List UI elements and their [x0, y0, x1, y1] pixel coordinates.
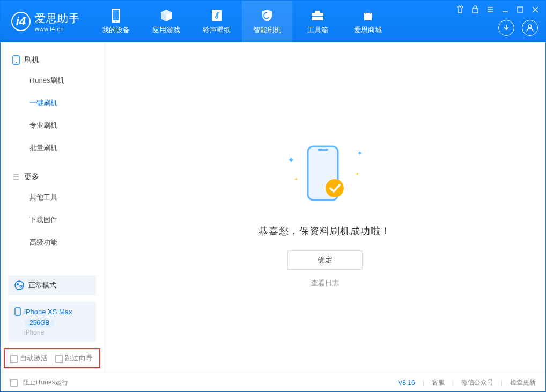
svg-rect-8 [518, 7, 523, 12]
app-body: 刷机 iTunes刷机 一键刷机 专业刷机 批量刷机 更多 其他工具 下载固件 … [1, 42, 545, 373]
mode-label: 正常模式 [28, 280, 56, 290]
sidebar-item-firmware[interactable]: 下载固件 [1, 209, 104, 231]
download-icon[interactable] [498, 20, 514, 36]
svg-rect-17 [318, 149, 328, 151]
app-name: 爱思助手 [35, 11, 80, 26]
success-message: 恭喜您，保资料刷机成功啦！ [259, 225, 391, 238]
device-info[interactable]: iPhone XS Max 256GB iPhone [8, 302, 96, 342]
view-log-link[interactable]: 查看日志 [311, 278, 339, 288]
wechat-link[interactable]: 微信公众号 [461, 378, 493, 387]
sidebar-item-pro-flash[interactable]: 专业刷机 [1, 114, 104, 137]
svg-point-13 [17, 283, 19, 285]
phone-icon [304, 144, 346, 203]
svg-rect-15 [15, 308, 20, 315]
tab-label: 工具箱 [307, 25, 328, 35]
app-url: www.i4.cn [35, 26, 80, 32]
tab-my-device[interactable]: 我的设备 [91, 1, 141, 42]
tab-smart-flash[interactable]: 智能刷机 [242, 1, 292, 42]
sidebar: 刷机 iTunes刷机 一键刷机 专业刷机 批量刷机 更多 其他工具 下载固件 … [1, 42, 104, 373]
tab-ringtones[interactable]: 铃声壁纸 [191, 1, 242, 42]
sidebar-item-onekey-flash[interactable]: 一键刷机 [1, 92, 104, 114]
app-header: i4 爱思助手 www.i4.cn 我的设备 应用游戏 铃声壁纸 智能刷机 工具… [1, 1, 545, 42]
svg-rect-1 [113, 10, 119, 20]
tab-label: 爱思商城 [354, 25, 382, 35]
sidebar-item-batch-flash[interactable]: 批量刷机 [1, 137, 104, 159]
auto-activate-checkbox[interactable]: 自动激活 [10, 353, 48, 363]
phone-icon [12, 55, 20, 65]
music-icon [209, 8, 224, 23]
storage-badge: 256GB [24, 318, 55, 328]
toolbox-icon [310, 8, 325, 23]
lock-icon[interactable] [470, 5, 480, 14]
list-icon [12, 173, 20, 181]
sidebar-item-itunes-flash[interactable]: iTunes刷机 [1, 69, 104, 92]
sparkle-icon: ✦ [294, 176, 298, 182]
svg-point-2 [115, 21, 116, 22]
maximize-icon[interactable] [515, 5, 525, 14]
check-update-link[interactable]: 检查更新 [510, 378, 536, 387]
menu-icon[interactable] [485, 5, 495, 14]
shield-icon [260, 8, 275, 23]
svg-rect-6 [312, 16, 323, 17]
sparkle-icon: ✦ [287, 155, 294, 165]
success-illustration: ✦ ✦ ✦ ✦ [304, 144, 346, 203]
version-label: V8.16 [398, 379, 415, 387]
tab-apps-games[interactable]: 应用游戏 [141, 1, 191, 42]
bag-icon [360, 8, 375, 23]
cube-icon [159, 8, 174, 23]
nav-tabs: 我的设备 应用游戏 铃声壁纸 智能刷机 工具箱 爱思商城 [91, 1, 393, 42]
device-mode[interactable]: 正常模式 [8, 275, 96, 295]
skip-guide-checkbox[interactable]: 跳过向导 [55, 353, 93, 363]
ok-button[interactable]: 确定 [287, 250, 363, 270]
window-controls [455, 5, 540, 14]
tab-store[interactable]: 爱思商城 [343, 1, 393, 42]
svg-point-14 [20, 285, 22, 287]
device-name-label: iPhone XS Max [24, 308, 72, 316]
device-icon [14, 307, 21, 316]
tab-label: 应用游戏 [152, 25, 180, 35]
app-logo: i4 爱思助手 www.i4.cn [1, 11, 91, 32]
sparkle-icon: ✦ [355, 171, 359, 177]
minimize-icon[interactable] [500, 5, 510, 14]
svg-rect-7 [473, 9, 478, 13]
support-link[interactable]: 客服 [432, 378, 445, 387]
svg-point-11 [16, 62, 17, 63]
sidebar-item-advanced[interactable]: 高级功能 [1, 231, 104, 254]
user-icon[interactable] [522, 20, 538, 36]
svg-point-9 [528, 25, 532, 28]
sparkle-icon: ✦ [357, 150, 363, 157]
device-type: iPhone [24, 329, 90, 336]
logo-icon: i4 [11, 12, 31, 31]
tab-label: 铃声壁纸 [203, 25, 231, 35]
sidebar-item-other-tools[interactable]: 其他工具 [1, 186, 104, 209]
svg-point-12 [15, 281, 24, 290]
block-itunes-checkbox[interactable]: 阻止iTunes运行 [10, 378, 68, 387]
header-actions [498, 20, 538, 36]
options-callout: 自动激活 跳过向导 [4, 348, 100, 368]
sidebar-section-flash: 刷机 [1, 51, 104, 69]
section-label: 刷机 [24, 55, 39, 65]
tab-label: 我的设备 [102, 25, 130, 35]
tab-toolbox[interactable]: 工具箱 [292, 1, 343, 42]
main-content: ✦ ✦ ✦ ✦ 恭喜您，保资料刷机成功啦！ 确定 查看日志 [104, 42, 545, 373]
svg-point-18 [326, 179, 344, 197]
svg-rect-5 [315, 11, 320, 13]
tab-label: 智能刷机 [253, 25, 281, 35]
device-icon [108, 8, 123, 23]
mode-icon [14, 280, 24, 290]
close-icon[interactable] [530, 5, 540, 14]
shirt-icon[interactable] [455, 5, 465, 14]
section-label: 更多 [24, 172, 39, 182]
status-bar: 阻止iTunes运行 V8.16 | 客服 | 微信公众号 | 检查更新 [1, 373, 545, 392]
sidebar-section-more: 更多 [1, 168, 104, 186]
